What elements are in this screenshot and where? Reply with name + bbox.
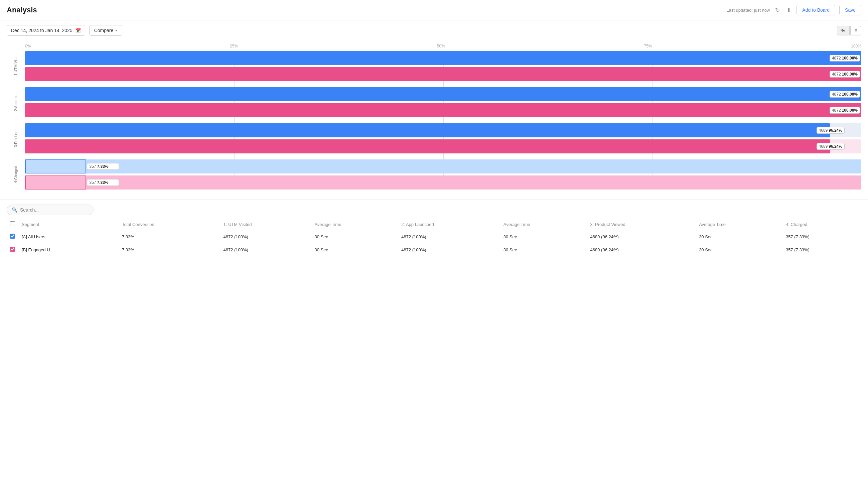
td-avg3-b: 30 Sec [696, 243, 783, 256]
group-label-charged: 4:Charged [14, 166, 18, 183]
x-label-100: 100% [851, 44, 861, 48]
td-avg3-a: 30 Sec [696, 230, 783, 243]
bar-charged-pink: 357 7.33% [25, 175, 861, 190]
bar-charged-blue: 357 7.33% [25, 159, 861, 173]
bar-app-blue: 4872 100.00% [25, 87, 861, 101]
num-toggle-button[interactable]: # [850, 26, 861, 35]
toolbar-right: % # [837, 26, 861, 35]
th-avg-time-3: Average Time [696, 219, 783, 230]
th-utm-visited: 1: UTM Visited [220, 219, 311, 230]
date-range-button[interactable]: Dec 14, 2024 to Jan 14, 2025 📅 [7, 25, 85, 36]
td-checkbox-b[interactable] [7, 243, 18, 256]
refresh-button[interactable]: ↻ [774, 5, 781, 15]
x-label-0: 0% [25, 44, 31, 48]
td-segment-a: [A] All Users [18, 230, 119, 243]
download-button[interactable]: ⬇ [785, 5, 792, 15]
td-app-a: 4872 (100%) [398, 230, 500, 243]
search-input[interactable] [20, 207, 88, 213]
td-charged-b: 357 (7.33%) [783, 243, 861, 256]
toolbar-left: Dec 14, 2024 to Jan 14, 2025 📅 Compare ▾ [7, 25, 122, 36]
header-actions: Last updated: just now ↻ ⬇ Add to Board … [726, 5, 861, 16]
td-avg2-b: 30 Sec [500, 243, 587, 256]
chart-group-product: 3:Produc... 4689 96.24% [25, 123, 861, 153]
chart-area: 0% 25% 50% 75% 100% 1:UTM Vi... [0, 41, 868, 200]
td-avg2-a: 30 Sec [500, 230, 587, 243]
x-axis-labels: 0% 25% 50% 75% 100% [7, 44, 861, 48]
chart-group-app: 2:App La... 4872 100.00% [25, 87, 861, 117]
th-app-launched: 2: App Launched [398, 219, 500, 230]
td-total-conv-a: 7.33% [119, 230, 220, 243]
td-avg1-b: 30 Sec [311, 243, 398, 256]
td-charged-a: 357 (7.33%) [783, 230, 861, 243]
last-updated-text: Last updated: just now [726, 8, 770, 13]
table-row: [B] Engaged U... 7.33% 4872 (100%) 30 Se… [7, 243, 861, 256]
calendar-icon: 📅 [75, 28, 81, 33]
x-label-50: 50% [437, 44, 445, 48]
x-label-75: 75% [644, 44, 652, 48]
row-a-checkbox[interactable] [10, 233, 15, 239]
chevron-down-icon: ▾ [115, 28, 117, 33]
chart-grid: 0% 25% 50% 75% 100% 1:UTM Vi... [7, 44, 861, 190]
th-total-conversion: Total Conversion [119, 219, 220, 230]
select-all-checkbox[interactable] [10, 221, 15, 226]
row-b-checkbox[interactable] [10, 247, 15, 252]
table-area: Segment Total Conversion 1: UTM Visited … [0, 219, 868, 256]
th-charged: 4: Charged [783, 219, 861, 230]
td-avg1-a: 30 Sec [311, 230, 398, 243]
group-label-product: 3:Produc... [14, 129, 18, 147]
search-area: 🔍 [0, 200, 868, 219]
td-product-a: 4689 (96.24%) [587, 230, 696, 243]
td-product-b: 4689 (96.24%) [587, 243, 696, 256]
save-button[interactable]: Save [839, 5, 861, 16]
bar-product-pink: 4689 96.24% [25, 139, 861, 153]
chart-group-utm: 1:UTM Vi... 4872 100.00% [25, 51, 861, 81]
td-utm-a: 4872 (100%) [220, 230, 311, 243]
data-table: Segment Total Conversion 1: UTM Visited … [7, 219, 861, 256]
bar-app-pink: 4872 100.00% [25, 103, 861, 117]
chart-group-charged: 4:Charged 357 7.33% [25, 159, 861, 190]
td-checkbox-a[interactable] [7, 230, 18, 243]
td-app-b: 4872 (100%) [398, 243, 500, 256]
table-header-row: Segment Total Conversion 1: UTM Visited … [7, 219, 861, 230]
search-icon: 🔍 [12, 207, 17, 213]
table-row: [A] All Users 7.33% 4872 (100%) 30 Sec 4… [7, 230, 861, 243]
td-segment-b: [B] Engaged U... [18, 243, 119, 256]
pct-toggle-button[interactable]: % [837, 26, 850, 35]
bar-utm-blue: 4872 100.00% [25, 51, 861, 65]
compare-button[interactable]: Compare ▾ [89, 25, 123, 36]
toolbar: Dec 14, 2024 to Jan 14, 2025 📅 Compare ▾… [0, 20, 868, 41]
x-label-25: 25% [230, 44, 238, 48]
add-to-board-button[interactable]: Add to Board [796, 5, 835, 16]
th-avg-time-2: Average Time [500, 219, 587, 230]
search-box[interactable]: 🔍 [7, 204, 94, 215]
td-total-conv-b: 7.33% [119, 243, 220, 256]
td-utm-b: 4872 (100%) [220, 243, 311, 256]
page-header: Analysis Last updated: just now ↻ ⬇ Add … [0, 0, 868, 20]
th-avg-time-1: Average Time [311, 219, 398, 230]
page-title: Analysis [7, 6, 37, 15]
compare-label: Compare [94, 28, 113, 33]
bar-utm-pink: 4872 100.00% [25, 67, 861, 81]
group-label-utm: 1:UTM Vi... [14, 57, 18, 76]
group-label-app: 2:App La... [14, 93, 18, 111]
th-segment: Segment [18, 219, 119, 230]
th-checkbox [7, 219, 18, 230]
date-range-text: Dec 14, 2024 to Jan 14, 2025 [11, 28, 73, 33]
th-product-viewed: 3: Product Viewed [587, 219, 696, 230]
bar-product-blue: 4689 96.24% [25, 123, 861, 138]
